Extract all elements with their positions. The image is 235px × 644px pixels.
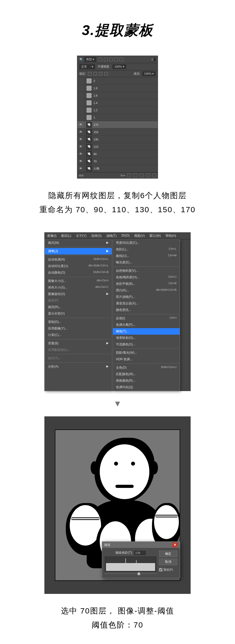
visibility-toggle[interactable]: 👁 [77,150,85,158]
layer-name[interactable]: 130 [93,138,98,141]
blend-mode-select[interactable]: 正常 ▾ [79,64,95,69]
visibility-toggle[interactable]: 👁 [77,165,85,172]
layer-row[interactable]: 👁90 [77,150,158,158]
layer-name[interactable]: 人物 [93,167,99,170]
menu-item[interactable]: 色彩平衡(B)...Ctrl+B [113,281,180,287]
menu-item[interactable]: 匹配颜色(M)... [113,371,180,377]
lock-position-icon[interactable] [99,72,102,75]
menu-item[interactable]: 色调分离(P)... [113,322,180,328]
menu-item[interactable]: 自动对比度(U)Alt+Shift+Ctrl+L [45,263,112,269]
menu-item[interactable]: 自动颜色(O)Shift+Ctrl+B [45,269,112,276]
new-layer-icon[interactable] [146,174,150,177]
visibility-toggle[interactable]: 👁 [77,158,85,165]
menu-item[interactable]: 应用图像(Y)... [45,325,112,332]
kind-select[interactable]: 类型 ▾ [84,57,96,62]
visibility-toggle[interactable] [77,85,85,92]
visibility-toggle[interactable] [77,92,85,99]
cancel-button[interactable]: 取消 [159,559,177,565]
menubar-item[interactable]: 帮助(H) [166,234,176,238]
layer-name[interactable]: 70 [93,160,97,163]
layer-name[interactable]: 1.2 [93,109,97,112]
adjustment-icon[interactable] [134,174,137,177]
layer-row[interactable]: 👁170 [77,121,158,128]
delete-icon[interactable] [152,174,156,177]
layer-row[interactable]: 1.8 [77,85,158,92]
lock-pixels-icon[interactable] [93,72,97,75]
layer-name[interactable]: 1.4 [93,101,97,104]
menubar-item[interactable]: 选择(S) [91,234,102,238]
layer-name[interactable]: 90 [93,152,97,156]
menu-item[interactable]: 计算(C)... [45,332,112,338]
menu-item[interactable]: 自动色调(N)Shift+Ctrl+L [45,256,112,263]
menubar-item[interactable]: 图层(L) [61,234,71,238]
threshold-level-input[interactable] [134,551,146,555]
visibility-toggle[interactable]: 👁 [77,143,85,150]
menu-item[interactable]: 自然饱和度(V)... [113,268,180,274]
layer-name[interactable]: 110 [93,145,98,148]
lock-all-icon[interactable] [104,72,108,75]
filter-toggle[interactable] [151,58,156,61]
menu-item[interactable]: 曝光度(E)... [113,259,180,266]
layer-row[interactable]: 👁150 [77,128,158,136]
menu-item[interactable]: 色调均化(Q) [113,384,180,391]
menu-item[interactable]: 颜色查找... [113,307,180,313]
menu-item[interactable]: 变量(B)▶ [45,340,112,347]
layer-name[interactable]: 170 [93,123,98,126]
menu-item[interactable]: 曲线(U)...Ctrl+M [113,253,180,259]
menu-item[interactable]: 阈值(T)... [113,328,180,335]
layer-row[interactable]: 1.2 [77,107,158,114]
filter-icons[interactable] [99,58,123,61]
menubar-item[interactable]: 窗口(W) [149,234,161,238]
fill-field[interactable]: 100% ▾ [142,72,156,76]
menu-item[interactable]: 阴影/高光(W)... [113,350,180,356]
menu-item[interactable]: 图像旋转(G)▶ [45,291,112,297]
menubar-item[interactable]: 滤镜(T) [106,234,116,238]
menu-item[interactable]: 模式(M)▶ [45,240,112,246]
menu-item[interactable]: 图像大小(I)...Alt+Ctrl+I [45,278,112,284]
layer-row[interactable]: 👁130 [77,136,158,143]
layer-row[interactable]: 1 [77,114,158,121]
layer-row[interactable]: 2 [77,77,158,85]
menubar-item[interactable]: 3D(D) [121,234,130,238]
slider-knob[interactable] [138,572,140,575]
menu-item[interactable]: 显示全部(V) [45,310,112,317]
visibility-toggle[interactable] [77,77,85,85]
layer-name[interactable]: 1 [93,116,95,119]
visibility-toggle[interactable] [77,107,85,114]
layer-name[interactable]: 1.8 [93,87,97,90]
opacity-field[interactable]: 100% ▾ [113,64,126,69]
layer-row[interactable]: 👁110 [77,143,158,150]
layer-name[interactable]: 150 [93,131,98,134]
menu-item[interactable]: 照片滤镜(F)... [113,294,180,300]
menubar-item[interactable]: 文字(Y) [76,234,86,238]
menu-item[interactable]: 调整(J)▶ [45,248,112,255]
layer-row[interactable]: 👁70 [77,158,158,165]
menu-item[interactable]: 色相/饱和度(H)...Ctrl+U [113,274,180,281]
menu-item[interactable]: 可选颜色(S)... [113,341,180,348]
menu-item[interactable]: 去色(D)Shift+Ctrl+U [113,364,180,371]
menu-item[interactable]: 反相(I)Ctrl+I [113,315,180,322]
menubar-item[interactable]: 视图(V) [134,234,145,238]
menubar-item[interactable]: 图像(I) [47,234,56,238]
menu-item[interactable]: 色阶(L)...Ctrl+L [113,246,180,253]
threshold-slider[interactable] [105,572,156,575]
layer-name[interactable]: 2 [93,79,95,82]
layer-row[interactable]: 1.6 [77,92,158,99]
layer-row[interactable]: 👁人物 [77,165,158,172]
preview-checkbox[interactable]: 预览(P) [159,568,177,572]
menu-item[interactable]: 黑白(K)...Alt+Shift+Ctrl+B [113,287,180,294]
mask-icon[interactable] [127,174,131,177]
menu-item[interactable]: 亮度/对比度(C)... [113,240,180,246]
lock-transparent-icon[interactable] [88,72,91,75]
menu-item[interactable]: 复制(D)... [45,319,112,325]
visibility-toggle[interactable] [77,114,85,121]
close-icon[interactable]: ✕ [172,542,178,547]
menu-item[interactable]: 画布大小(S)...Alt+Ctrl+C [45,284,112,291]
visibility-toggle[interactable]: 👁 [77,136,85,143]
visibility-toggle[interactable] [77,99,85,107]
menu-item[interactable]: 渐变映射(G)... [113,335,180,341]
visibility-toggle[interactable]: 👁 [77,128,85,136]
menu-item[interactable]: 裁切(R)... [45,304,112,310]
ok-button[interactable]: 确定 [159,551,177,557]
layer-row[interactable]: 1.4 [77,99,158,107]
